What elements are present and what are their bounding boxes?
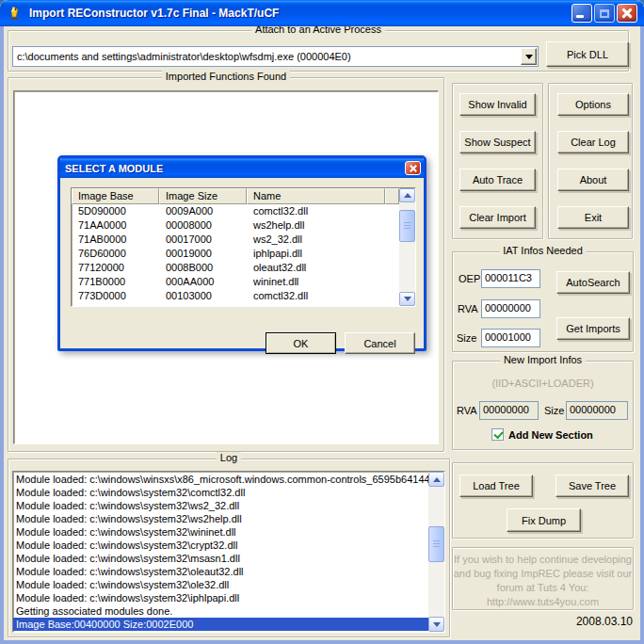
options-button[interactable]: Options [557, 93, 629, 116]
module-row[interactable]: 76D60000 00019000 iphlpapi.dll [72, 247, 399, 261]
iat-size-field[interactable]: 00001000 [481, 329, 540, 347]
show-invalid-button[interactable]: Show Invalid [459, 93, 536, 116]
scroll-track[interactable] [428, 487, 444, 526]
exit-button[interactable]: Exit [557, 206, 629, 229]
add-new-section-checkbox[interactable] [491, 428, 504, 441]
log-entry[interactable]: Module loaded: c:\windows\system32\iphlp… [13, 591, 444, 604]
oep-field[interactable]: 000011C3 [481, 269, 540, 288]
maximize-button [594, 4, 615, 23]
log-entry[interactable]: Module loaded: c:\windows\winsxs\x86_mic… [13, 473, 444, 486]
help-line: If you wish to help continue developing [453, 553, 633, 567]
combo-dropdown-button[interactable] [521, 48, 537, 65]
process-combobox[interactable]: c:\documents and settings\administrator\… [12, 46, 539, 67]
column-image-base[interactable]: Image Base [72, 188, 159, 204]
log-entry[interactable]: Module loaded: c:\windows\system32\ws2_3… [13, 499, 444, 512]
help-group: If you wish to help continue developing … [452, 547, 634, 610]
load-tree-button[interactable]: Load Tree [459, 475, 533, 497]
dialog-title: SELECT A MODULE [60, 163, 405, 174]
scroll-up-button[interactable] [428, 472, 444, 487]
cell-image-base: 77120000 [72, 261, 159, 275]
cell-image-base: 71AB0000 [72, 233, 159, 247]
log-entry[interactable]: Module loaded: c:\windows\system32\ole32… [13, 578, 444, 591]
cell-image-size: 00017000 [159, 233, 247, 247]
ni-rva-label: RVA [457, 405, 477, 416]
cell-name: ws2help.dll [247, 218, 385, 233]
auto-trace-button[interactable]: Auto Trace [459, 169, 536, 191]
cell-name: ws2_32.dll [247, 233, 385, 247]
log-entry[interactable]: Module loaded: c:\windows\system32\oleau… [13, 565, 444, 578]
log-entry[interactable]: Getting associated modules done. [13, 604, 444, 618]
cell-image-base: 76D60000 [72, 247, 159, 261]
log-scrollbar[interactable] [428, 472, 444, 632]
module-row[interactable]: 71AA0000 00008000 ws2help.dll [72, 218, 399, 233]
pick-dll-button[interactable]: Pick DLL [546, 41, 629, 67]
log-entry[interactable]: Module loaded: c:\windows\system32\comct… [13, 486, 444, 499]
module-row[interactable]: 71AB0000 00017000 ws2_32.dll [72, 233, 399, 247]
ok-button[interactable]: OK [266, 332, 336, 354]
scroll-up-button[interactable] [399, 188, 415, 202]
scroll-down-button[interactable] [399, 292, 415, 306]
show-suspect-button[interactable]: Show Suspect [459, 131, 536, 153]
log-entry[interactable]: Module loaded: c:\windows\system32\crypt… [13, 539, 444, 552]
module-row[interactable]: 773D0000 00103000 comctl32.dll [72, 289, 399, 303]
module-row[interactable]: 77120000 0008B000 oleaut32.dll [72, 261, 399, 275]
module-row[interactable]: 771B0000 000AA000 wininet.dll [72, 275, 399, 289]
scroll-thumb[interactable] [399, 210, 415, 242]
iat-infos-legend: IAT Infos Needed [499, 245, 587, 256]
cell-name: oleaut32.dll [247, 261, 385, 275]
clear-log-button[interactable]: Clear Log [557, 131, 629, 153]
module-list-scrollbar[interactable] [399, 188, 415, 306]
grip-icon [433, 540, 440, 548]
cell-name: iphlpapi.dll [247, 247, 385, 261]
scroll-thumb[interactable] [428, 526, 444, 562]
cancel-button[interactable]: Cancel [345, 332, 415, 354]
module-row[interactable]: 5D090000 0009A000 comctl32.dll [72, 204, 399, 218]
dialog-close-button[interactable] [405, 161, 421, 175]
cell-image-base: 773D0000 [72, 289, 159, 303]
arrow-up-icon [404, 193, 411, 198]
close-button[interactable] [617, 4, 637, 23]
iat-rva-field[interactable]: 00000000 [481, 299, 540, 318]
cell-image-base: 5D090000 [72, 204, 159, 218]
title-bar: Import REConstructor v1.7c Final - MackT… [0, 0, 644, 26]
cell-image-base: 71AA0000 [72, 218, 159, 233]
autosearch-button[interactable]: AutoSearch [556, 271, 630, 294]
arrow-down-icon [433, 622, 441, 627]
column-filler [385, 188, 399, 204]
about-button[interactable]: About [557, 169, 629, 191]
window-border-bottom [0, 640, 644, 644]
window-controls [572, 4, 637, 23]
module-list-header: Image Base Image Size Name [72, 188, 399, 204]
window-title: Import REConstructor v1.7c Final - MackT… [29, 7, 572, 20]
cell-name: comctl32.dll [247, 289, 385, 303]
column-name[interactable]: Name [247, 188, 385, 204]
cell-image-size: 00019000 [159, 247, 247, 261]
column-image-size[interactable]: Image Size [159, 188, 247, 204]
get-imports-button[interactable]: Get Imports [556, 317, 630, 340]
ni-size-label: Size [544, 405, 564, 416]
process-path-value: c:\documents and settings\administrator\… [13, 51, 520, 62]
cell-image-size: 00008000 [159, 218, 247, 233]
scroll-down-button[interactable] [428, 617, 444, 632]
log-entry-selected[interactable]: Image Base:00400000 Size:0002E000 [13, 618, 428, 631]
log-entry[interactable]: Module loaded: c:\windows\system32\ws2he… [13, 512, 444, 525]
add-new-section-label: Add New Section [508, 429, 593, 441]
dialog-body: Image Base Image Size Name 5D090000 0009… [60, 178, 424, 348]
minimize-button[interactable] [572, 4, 592, 23]
cell-name: comctl32.dll [247, 204, 385, 218]
clear-import-button[interactable]: Clear Import [459, 206, 536, 229]
dialog-title-bar: SELECT A MODULE [60, 158, 424, 178]
iat-rva-label: RVA [458, 303, 478, 314]
window-border-right [640, 26, 644, 644]
log-listbox[interactable]: Module loaded: c:\windows\winsxs\x86_mic… [12, 471, 445, 633]
imprec-main-window: Import REConstructor v1.7c Final - MackT… [0, 0, 644, 644]
arrow-down-icon [404, 297, 411, 301]
scroll-track[interactable] [399, 242, 415, 292]
new-import-subtitle: (IID+ASCII+LOADER) [453, 377, 633, 391]
save-tree-button[interactable]: Save Tree [555, 475, 629, 497]
log-entry[interactable]: Module loaded: c:\windows\system32\msasn… [13, 552, 444, 565]
log-entry[interactable]: Module loaded: c:\windows\system32\winin… [13, 525, 444, 539]
select-module-dialog: SELECT A MODULE Image Base Image Size Na… [57, 155, 427, 351]
fix-dump-button[interactable]: Fix Dump [507, 508, 581, 532]
scroll-track[interactable] [428, 562, 444, 617]
